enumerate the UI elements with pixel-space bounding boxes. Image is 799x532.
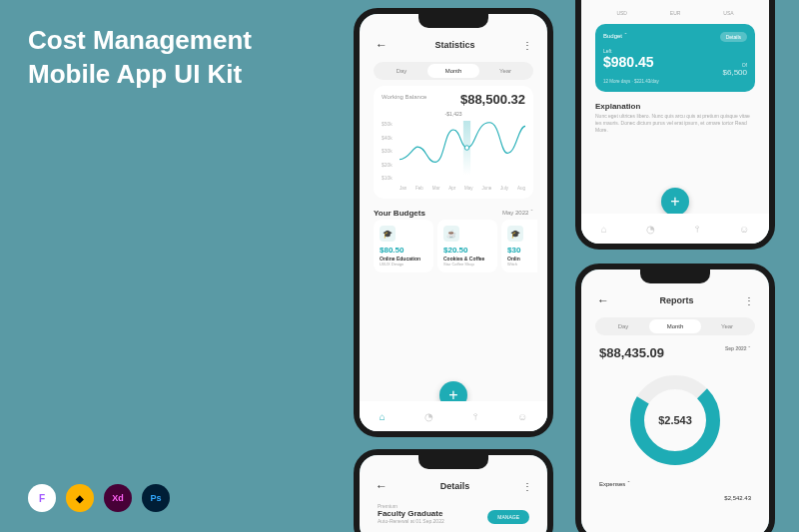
page-title: Reports [659, 295, 693, 305]
left-amount: $980.45 [603, 54, 654, 70]
nav-stats-icon[interactable]: ◔ [646, 224, 655, 235]
figma-icon: F [28, 484, 56, 512]
svg-point-1 [464, 146, 469, 151]
tab-day[interactable]: Day [376, 64, 427, 78]
nav-profile-icon[interactable]: ☺ [739, 224, 749, 235]
reports-amount: $88,435.09 [599, 345, 664, 360]
phone-details: ← Details ⋮ Premium Faculty Graduate Aut… [354, 449, 553, 532]
reports-period-picker[interactable]: Sep 2022 ˅ [725, 345, 751, 351]
nav-chart-icon[interactable]: ⫯ [473, 411, 478, 422]
page-title: Statistics [434, 40, 474, 50]
sketch-icon: ◆ [66, 484, 94, 512]
phone-statistics: ← Statistics ⋮ Day Month Year Working Ba… [354, 8, 553, 437]
explanation-text: Nunc eget ultrices libero. Nunc quis arc… [591, 113, 759, 134]
explanation-title: Explanation [591, 96, 759, 113]
budget-card[interactable]: 🎓 $30 Onlin Witch [501, 220, 537, 272]
period-tabs: Day Month Year [374, 62, 533, 80]
phone-reports: ← Reports ⋮ Day Month Year $88,435.09 Se… [575, 264, 775, 532]
budget-card[interactable]: 🎓 $80.50 Online Education UI/UX Design [374, 220, 433, 272]
back-icon[interactable]: ← [597, 293, 609, 307]
budget-summary-card: Budget ˅ Details Left $980.45 Of$6,500 1… [595, 24, 755, 92]
nav-home-icon[interactable]: ⌂ [380, 411, 386, 422]
tab-year[interactable]: Year [479, 64, 531, 78]
xd-icon: Xd [104, 484, 132, 512]
details-pill[interactable]: Details [720, 32, 747, 42]
expenses-dropdown[interactable]: Expenses ˅ [599, 480, 630, 487]
tab-day[interactable]: Day [597, 319, 649, 333]
donut-value: $2.543 [658, 414, 692, 426]
balance-card: Working Balance $88,500.32 -$1,423 $50k … [374, 86, 533, 199]
nav-stats-icon[interactable]: ◔ [424, 411, 433, 422]
page-title: Details [440, 481, 470, 491]
budgets-title: Your Budgets [374, 209, 425, 218]
more-icon[interactable]: ⋮ [522, 481, 531, 492]
budget-dropdown[interactable]: Budget ˅ [603, 32, 627, 42]
nav-home-icon[interactable]: ⌂ [601, 224, 607, 235]
donut-chart: $2.543 [591, 364, 759, 476]
more-icon[interactable]: ⋮ [522, 40, 531, 51]
tab-month[interactable]: Month [427, 64, 479, 78]
coffee-icon: ☕ [443, 226, 459, 242]
more-icon[interactable]: ⋮ [744, 295, 753, 306]
phone-budget: USD EUR USA Budget ˅ Details Left $980.4… [575, 0, 775, 250]
budgets-month-picker[interactable]: May 2022 ˅ [502, 209, 533, 218]
tool-icons-row: F ◆ Xd Ps [28, 484, 170, 512]
back-icon[interactable]: ← [376, 38, 388, 52]
budget-card[interactable]: ☕ $20.50 Cookies & Coffee Star Coffee Sh… [437, 220, 497, 272]
add-button[interactable]: + [661, 188, 689, 216]
education-icon: 🎓 [507, 226, 523, 242]
balance-chart: $50k $40k $30k $20k $10k Jan Feb Mar Apr [382, 121, 525, 191]
nav-profile-icon[interactable]: ☺ [517, 411, 527, 422]
back-icon[interactable]: ← [376, 479, 388, 493]
manage-button[interactable]: MANAGE [487, 510, 529, 524]
nav-chart-icon[interactable]: ⫯ [695, 224, 700, 235]
expenses-value: $2,542.43 [724, 495, 751, 501]
period-tabs: Day Month Year [595, 317, 755, 335]
tab-year[interactable]: Year [701, 319, 753, 333]
education-icon: 🎓 [380, 226, 396, 242]
tab-month[interactable]: Month [649, 319, 701, 333]
photoshop-icon: Ps [142, 484, 170, 512]
product-title: Cost Management Mobile App UI Kit [28, 24, 252, 92]
balance-delta: -$1,423 [382, 111, 525, 117]
